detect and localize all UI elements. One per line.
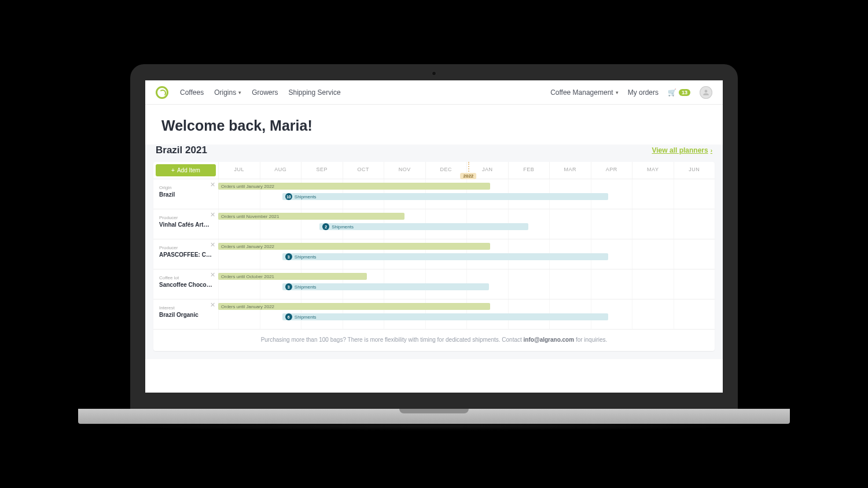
row-title[interactable]: Brazil Organic bbox=[159, 312, 212, 318]
nav-right: Coffee Management ▾ My orders 🛒 13 bbox=[550, 86, 712, 99]
brand-logo-icon[interactable] bbox=[156, 86, 168, 99]
month-col-feb: FEB bbox=[508, 162, 550, 179]
planner-header-row: + Add Item 2022 JULAUGSEPOCTNOVDECJANFEB… bbox=[153, 162, 715, 179]
row-title[interactable]: Vinhal Cafés Artesan… bbox=[159, 221, 212, 228]
shipments-bar[interactable]: 10Shipments bbox=[282, 193, 608, 200]
grid-cell bbox=[632, 269, 674, 299]
chevron-down-icon: ▾ bbox=[238, 90, 241, 95]
row-category: Producer bbox=[159, 245, 212, 250]
close-icon[interactable]: ✕ bbox=[210, 181, 215, 188]
nav-growers[interactable]: Growers bbox=[252, 88, 278, 97]
grid-cell bbox=[632, 209, 674, 239]
planner-grid: + Add Item 2022 JULAUGSEPOCTNOVDECJANFEB… bbox=[153, 162, 715, 351]
hinge-notch bbox=[399, 409, 469, 413]
shipments-bar[interactable]: 2Shipments bbox=[319, 223, 528, 230]
close-icon[interactable]: ✕ bbox=[210, 271, 215, 279]
avatar[interactable] bbox=[700, 86, 712, 99]
grid-cell bbox=[591, 209, 632, 239]
row-title[interactable]: APASCOFFEE: COOPER… bbox=[159, 252, 212, 258]
cart-count-badge: 13 bbox=[679, 89, 690, 96]
nav-coffee-management[interactable]: Coffee Management ▾ bbox=[550, 88, 619, 97]
row-category: Origin bbox=[159, 185, 212, 190]
screen-bezel: Coffees Origins ▾ Growers Shipping Servi… bbox=[130, 64, 738, 409]
shipment-count-badge: 3 bbox=[285, 253, 292, 260]
orders-bar[interactable]: Orders until January 2022 bbox=[218, 183, 490, 190]
grid-cell bbox=[674, 239, 715, 269]
row-title[interactable]: Brazil bbox=[159, 191, 212, 198]
row-label: ✕ProducerAPASCOFFEE: COOPER… bbox=[153, 239, 218, 269]
planner-row: ✕ProducerVinhal Cafés Artesan…Orders unt… bbox=[153, 209, 715, 239]
row-label: ✕OriginBrazil bbox=[153, 179, 218, 209]
grid-cell bbox=[549, 209, 591, 239]
shipment-count-badge: 6 bbox=[285, 313, 292, 320]
grid-cell bbox=[674, 269, 715, 299]
nav-origins-label: Origins bbox=[214, 88, 236, 97]
row-label: ✕ProducerVinhal Cafés Artesan… bbox=[153, 209, 218, 239]
cart-icon: 🛒 bbox=[668, 88, 676, 97]
row-chart: Orders until October 20213Shipments bbox=[218, 269, 715, 299]
planner-rows: ✕OriginBrazilOrders until January 202210… bbox=[153, 179, 715, 330]
close-icon[interactable]: ✕ bbox=[210, 241, 215, 249]
orders-bar[interactable]: Orders until January 2022 bbox=[218, 303, 490, 310]
add-item-label: Add Item bbox=[177, 167, 200, 173]
app-screen: Coffees Origins ▾ Growers Shipping Servi… bbox=[145, 80, 723, 393]
row-category: Producer bbox=[159, 215, 212, 220]
grid-cell bbox=[632, 300, 674, 329]
view-all-label: View all planners bbox=[652, 146, 708, 154]
footnote-email[interactable]: info@algrano.com bbox=[524, 337, 575, 343]
shipment-count-badge: 2 bbox=[322, 223, 329, 230]
shipments-bar[interactable]: 3Shipments bbox=[282, 253, 608, 260]
cart-button[interactable]: 🛒 13 bbox=[668, 88, 690, 97]
laptop-base bbox=[78, 409, 790, 424]
nav-origins[interactable]: Origins ▾ bbox=[214, 88, 241, 97]
shipments-bar[interactable]: 6Shipments bbox=[282, 313, 608, 320]
grid-cell bbox=[674, 300, 715, 329]
row-label: ✕InterestBrazil Organic bbox=[153, 300, 218, 329]
month-col-jul: JUL bbox=[218, 162, 260, 179]
month-col-nov: NOV bbox=[384, 162, 425, 179]
row-title[interactable]: Sancoffee Chocolate … bbox=[159, 282, 212, 288]
header: Coffees Origins ▾ Growers Shipping Servi… bbox=[145, 80, 723, 105]
orders-bar[interactable]: Orders until November 2021 bbox=[218, 213, 404, 220]
welcome-hero: Welcome back, Maria! bbox=[145, 105, 723, 145]
footnote-post: for inquiries. bbox=[574, 337, 607, 343]
chevron-down-icon: ▾ bbox=[616, 90, 619, 95]
nav-my-orders[interactable]: My orders bbox=[628, 88, 659, 97]
camera-dot bbox=[432, 71, 436, 76]
planner-row: ✕OriginBrazilOrders until January 202210… bbox=[153, 179, 715, 209]
month-col-sep: SEP bbox=[301, 162, 343, 179]
row-chart: Orders until January 202210Shipments bbox=[218, 179, 715, 209]
close-icon[interactable]: ✕ bbox=[210, 211, 215, 219]
nav-management-label: Coffee Management bbox=[550, 88, 613, 97]
shipment-label: Shipments bbox=[295, 315, 317, 320]
shipment-count-badge: 10 bbox=[285, 193, 292, 200]
grid-cell bbox=[591, 269, 632, 299]
footnote-pre: Purchasing more than 100 bags? There is … bbox=[261, 337, 524, 343]
view-all-planners-link[interactable]: View all planners › bbox=[652, 146, 713, 154]
laptop-mockup: Coffees Origins ▾ Growers Shipping Servi… bbox=[130, 64, 738, 424]
shipment-label: Shipments bbox=[295, 254, 317, 260]
planner-row: ✕ProducerAPASCOFFEE: COOPER…Orders until… bbox=[153, 239, 715, 269]
close-icon[interactable]: ✕ bbox=[210, 301, 215, 309]
month-col-aug: AUG bbox=[260, 162, 301, 179]
orders-bar[interactable]: Orders until October 2021 bbox=[218, 273, 367, 280]
shipment-count-badge: 3 bbox=[285, 283, 292, 290]
grid-cell bbox=[674, 179, 715, 209]
month-col-mar: MAR bbox=[549, 162, 591, 179]
page-title: Welcome back, Maria! bbox=[161, 117, 707, 134]
shipments-bar[interactable]: 3Shipments bbox=[282, 283, 490, 290]
grid-cell bbox=[549, 269, 591, 299]
shipment-label: Shipments bbox=[295, 284, 317, 290]
row-chart: Orders until January 20226Shipments bbox=[218, 300, 715, 329]
planner-footnote: Purchasing more than 100 bags? There is … bbox=[153, 330, 715, 351]
nav-coffees[interactable]: Coffees bbox=[180, 88, 204, 97]
orders-bar[interactable]: Orders until January 2022 bbox=[218, 243, 490, 250]
planner-section: Brazil 2021 View all planners › + Add It… bbox=[145, 145, 723, 359]
add-item-button[interactable]: + Add Item bbox=[156, 164, 216, 176]
shipment-label: Shipments bbox=[332, 224, 354, 230]
chevron-right-icon: › bbox=[711, 147, 712, 154]
nav-shipping[interactable]: Shipping Service bbox=[289, 88, 341, 97]
planner-title: Brazil 2021 bbox=[156, 145, 207, 156]
month-col-apr: APR bbox=[591, 162, 632, 179]
nav-left: Coffees Origins ▾ Growers Shipping Servi… bbox=[180, 88, 341, 97]
